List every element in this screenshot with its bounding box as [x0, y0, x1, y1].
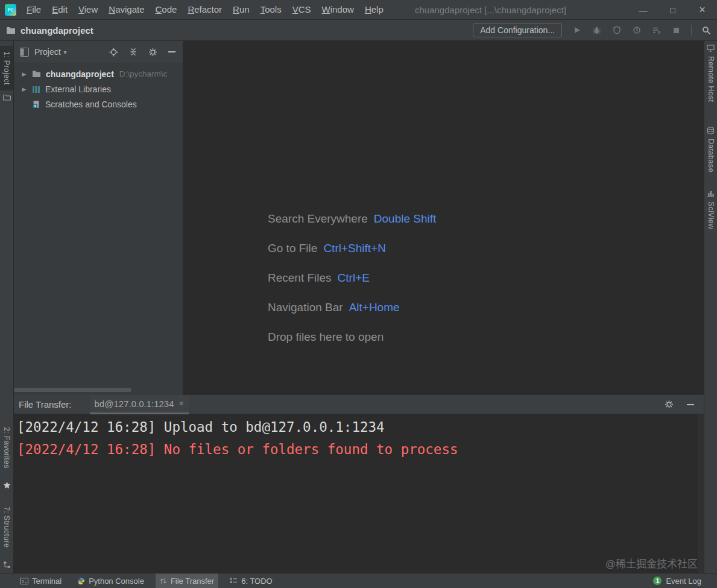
add-configuration-button[interactable]: Add Configuration...	[473, 23, 562, 37]
tree-item-scratches[interactable]: Scratches and Consoles	[14, 96, 183, 112]
right-tool-stripe: Remote Host Database SciView	[704, 41, 717, 573]
close-button[interactable]: ×	[687, 0, 717, 20]
horizontal-scrollbar[interactable]	[14, 388, 131, 392]
menu-refactor[interactable]: Refactor	[182, 0, 227, 19]
shortcut-hint: Drop files here to open	[268, 322, 436, 352]
vertical-scrollbar[interactable]	[698, 414, 704, 573]
left-tool-stripe: 1: Project 2: Favorites 7: Structure	[0, 41, 14, 573]
statusbar-file-transfer-button[interactable]: File Transfer	[156, 574, 218, 588]
stripe-project-button[interactable]: 1: Project	[0, 46, 13, 90]
shortcut-hint: Go to File Ctrl+Shift+N	[268, 233, 436, 263]
file-transfer-title: File Transfer:	[19, 399, 72, 409]
stripe-project-label: 1: Project	[2, 51, 11, 85]
menu-vcs[interactable]: VCS	[287, 0, 317, 19]
transfer-session-tab[interactable]: bd@127.0.0.1:1234 ×	[90, 395, 189, 414]
remote-host-icon	[707, 45, 715, 52]
project-tool-window: Project chuangdaproj	[14, 41, 183, 395]
stripe-remote-host-button[interactable]: Remote Host	[704, 45, 717, 102]
menu-edit[interactable]: Edit	[46, 0, 73, 19]
stripe-sciview-button[interactable]: SciView	[704, 189, 717, 229]
tree-item-path: D:\pycharm\c	[119, 69, 168, 78]
profiler-icon[interactable]	[631, 25, 642, 36]
todo-list-icon	[230, 577, 238, 584]
hint-label: Recent Files	[268, 271, 332, 285]
menu-view[interactable]: View	[73, 0, 103, 19]
stripe-favorites-button[interactable]: 2: Favorites	[0, 427, 13, 469]
menu-code[interactable]: Code	[150, 0, 183, 19]
statusbar-python-console-button[interactable]: Python Console	[73, 574, 148, 588]
gear-icon[interactable]	[665, 400, 674, 409]
stop-icon[interactable]	[671, 25, 681, 36]
hide-panel-icon[interactable]	[687, 404, 694, 405]
minimize-button[interactable]: —	[628, 0, 658, 20]
statusbar: Terminal Python Console File Transfer 6:…	[0, 573, 717, 588]
titlebar: PC File Edit View Navigate Code Refactor…	[0, 0, 717, 20]
maximize-button[interactable]: □	[658, 0, 687, 20]
shortcut-hint: Recent Files Ctrl+E	[268, 263, 436, 292]
debug-bug-icon[interactable]	[592, 25, 602, 36]
hide-panel-icon[interactable]	[168, 51, 175, 52]
menubar: File Edit View Navigate Code Refactor Ru…	[21, 0, 389, 19]
file-transfer-tool-window: File Transfer: bd@127.0.0.1:1234 × [2022…	[14, 395, 704, 573]
editor-shortcut-hints: Search Everywhere Double Shift Go to Fil…	[268, 204, 436, 352]
console-line: [2022/4/12 16:28] No files or folders fo…	[17, 438, 704, 461]
console-output[interactable]: [2022/4/12 16:28] Upload to bd@127.0.0.1…	[14, 414, 704, 573]
run-toolbar: Add Configuration...	[473, 23, 712, 37]
tab-label: bd@127.0.0.1:1234	[95, 399, 174, 409]
structure-icon[interactable]	[0, 561, 13, 569]
pycharm-logo-icon: PC	[5, 4, 16, 16]
gear-icon[interactable]	[148, 48, 157, 57]
project-tool-icon[interactable]	[0, 94, 13, 101]
panel-actions	[665, 400, 694, 409]
file-transfer-header: File Transfer: bd@127.0.0.1:1234 ×	[14, 395, 704, 414]
shortcut-hint: Search Everywhere Double Shift	[268, 204, 436, 233]
run-with-coverage-icon[interactable]	[611, 25, 622, 36]
statusbar-event-log-button[interactable]: 1 Event Log	[653, 577, 701, 586]
project-panel-actions	[109, 48, 175, 57]
stripe-structure-button[interactable]: 7: Structure	[0, 507, 13, 548]
event-log-label: Event Log	[666, 577, 701, 586]
collapse-all-icon[interactable]	[129, 48, 137, 56]
main-toolbar: chuangdaproject Add Configuration...	[0, 20, 717, 41]
menu-run[interactable]: Run	[227, 0, 255, 19]
run-icon[interactable]	[572, 25, 582, 36]
close-tab-icon[interactable]: ×	[179, 399, 184, 408]
search-everywhere-icon[interactable]	[701, 25, 712, 36]
window-controls: — □ ×	[628, 0, 717, 20]
file-transfer-label: File Transfer	[171, 577, 214, 586]
chevron-down-icon[interactable]	[64, 49, 67, 55]
stripe-database-button[interactable]: Database	[704, 127, 717, 172]
statusbar-terminal-button[interactable]: Terminal	[16, 574, 66, 588]
editor-area: Search Everywhere Double Shift Go to Fil…	[183, 41, 704, 395]
run-anything-icon[interactable]	[651, 25, 662, 36]
tree-item-name: Scratches and Consoles	[45, 100, 137, 109]
hint-label: Navigation Bar	[268, 301, 343, 314]
project-view-selector[interactable]: Project	[34, 47, 61, 57]
menu-help[interactable]: Help	[359, 0, 389, 19]
tree-item-name: chuangdaproject	[46, 69, 114, 79]
pycharm-window: PC File Edit View Navigate Code Refactor…	[0, 0, 717, 588]
python-icon	[77, 577, 85, 585]
breadcrumb[interactable]: chuangdaproject	[6, 25, 93, 36]
project-panel-header: Project	[14, 41, 183, 63]
project-view-icon	[20, 48, 29, 57]
expand-arrow-icon[interactable]	[21, 71, 28, 77]
statusbar-todo-button[interactable]: 6: TODO	[226, 574, 277, 588]
sciview-icon	[707, 189, 715, 197]
community-watermark: @稀土掘金技术社区	[605, 555, 698, 571]
hint-keys: Ctrl+E	[338, 271, 370, 285]
tree-item-external-libraries[interactable]: External Libraries	[14, 81, 183, 96]
locate-file-icon[interactable]	[109, 48, 118, 57]
stripe-sciview-label: SciView	[707, 201, 715, 229]
menu-tools[interactable]: Tools	[255, 0, 287, 19]
menu-file[interactable]: File	[21, 0, 46, 19]
tree-item-project-root[interactable]: chuangdaproject D:\pycharm\c	[14, 66, 183, 81]
tree-item-name: External Libraries	[45, 84, 111, 94]
favorites-star-icon[interactable]	[0, 481, 13, 489]
transfer-arrows-icon	[160, 577, 167, 585]
window-title: chuangdaproject [...\chuangdaproject]	[415, 0, 566, 20]
folder-icon	[32, 70, 41, 78]
expand-arrow-icon[interactable]	[21, 86, 28, 92]
menu-navigate[interactable]: Navigate	[103, 0, 150, 19]
menu-window[interactable]: Window	[317, 0, 359, 19]
